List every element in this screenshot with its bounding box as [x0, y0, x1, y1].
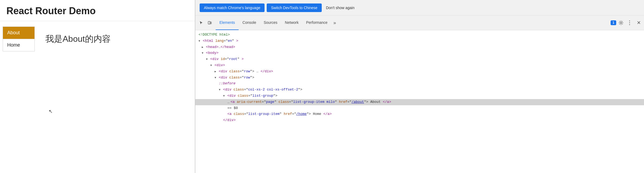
dom-line-div[interactable]: ▼ <div> [195, 62, 644, 69]
expand-icon[interactable]: ▼ [215, 76, 216, 79]
cursor-tool-icon[interactable] [197, 19, 205, 27]
cursor-icon: ↖ [49, 108, 53, 114]
dom-line-about-link[interactable]: … <a aria-current="page" class="list-gro… [195, 99, 644, 105]
svg-point-2 [620, 22, 622, 24]
expand-icon[interactable]: ▼ [202, 52, 203, 55]
svg-point-5 [629, 24, 630, 25]
tab-sources[interactable]: Sources [260, 16, 281, 30]
app-content: About Home 我是About的内容 [0, 21, 195, 51]
dom-line-list-group[interactable]: ▼ <div class="list-group"> [195, 93, 644, 99]
close-devtools-button[interactable]: ✕ [635, 20, 642, 26]
devtools-top-bar: Always match Chrome's language Switch De… [195, 0, 644, 16]
app-title: React Router Demo [6, 5, 96, 16]
expand-icon[interactable]: ▼ [206, 58, 208, 61]
nav-about[interactable]: About [3, 27, 34, 39]
tab-performance[interactable]: Performance [302, 16, 331, 30]
tab-icon-group [197, 19, 214, 27]
notification-badge: 1 [611, 20, 616, 25]
app-side: React Router Demo About Home 我是About的内容 … [0, 0, 195, 173]
nav-home[interactable]: Home [3, 39, 34, 51]
dom-line-body[interactable]: ▼ <body> [195, 50, 644, 56]
devtools-panel: Always match Chrome's language Switch De… [195, 0, 644, 173]
switch-to-chinese-button[interactable]: Switch DevTools to Chinese [267, 3, 322, 12]
tab-right-actions: 1 ✕ [611, 19, 642, 27]
expand-icon[interactable]: ▼ [210, 64, 212, 67]
svg-rect-0 [208, 21, 210, 24]
dom-line-col[interactable]: ▼ <div class="col-xs-2 col-xs-offset-2"> [195, 87, 644, 93]
ellipsis-button[interactable]: … [227, 100, 230, 104]
expand-icon[interactable]: ▼ [219, 88, 220, 91]
match-language-button[interactable]: Always match Chrome's language [200, 3, 265, 12]
svg-point-4 [629, 22, 630, 23]
devtools-dom-content: <!DOCTYPE html> ▼ <html lang="en" > ▶ <h… [195, 30, 644, 173]
svg-point-3 [629, 21, 630, 21]
devtools-tab-bar: Elements Console Sources Network Perform… [195, 16, 644, 30]
nav-list: About Home [3, 27, 35, 51]
dom-line-html[interactable]: ▼ <html lang="en" > [195, 38, 644, 44]
settings-icon[interactable] [617, 19, 625, 27]
dom-line-head[interactable]: ▶ <head>…</head> [195, 44, 644, 50]
dom-line-home-link[interactable]: <a class="list-group-item" href="/home">… [195, 111, 644, 117]
dom-line-close-listgroup: </div> [195, 117, 644, 123]
about-text: 我是About的内容 [45, 33, 111, 45]
page-content: 我是About的内容 [35, 27, 121, 51]
more-options-icon[interactable] [626, 19, 633, 27]
expand-icon[interactable]: ▼ [199, 40, 200, 43]
tab-elements[interactable]: Elements [216, 16, 239, 30]
expand-icon[interactable]: ▶ [202, 46, 203, 49]
dom-line-row-collapsed[interactable]: ▶ <div class="row"> … </div> [195, 69, 644, 75]
tab-console[interactable]: Console [239, 16, 260, 30]
app-header: React Router Demo [0, 0, 195, 21]
device-toggle-icon[interactable] [206, 19, 214, 27]
dom-line-doctype: <!DOCTYPE html> [195, 32, 644, 38]
tab-network[interactable]: Network [281, 16, 302, 30]
dom-line-dollar: == $0 [195, 105, 644, 111]
svg-rect-1 [210, 22, 211, 24]
dom-line-before: ::before [195, 81, 644, 87]
more-tabs-button[interactable]: » [331, 20, 338, 26]
dont-show-again-button[interactable]: Don't show again [325, 3, 356, 12]
dom-line-div-root[interactable]: ▼ <div id="root" > [195, 56, 644, 62]
dom-line-row-expanded[interactable]: ▼ <div class="row"> [195, 75, 644, 81]
expand-icon[interactable]: ▼ [223, 95, 225, 97]
expand-icon[interactable]: ▶ [215, 70, 216, 73]
